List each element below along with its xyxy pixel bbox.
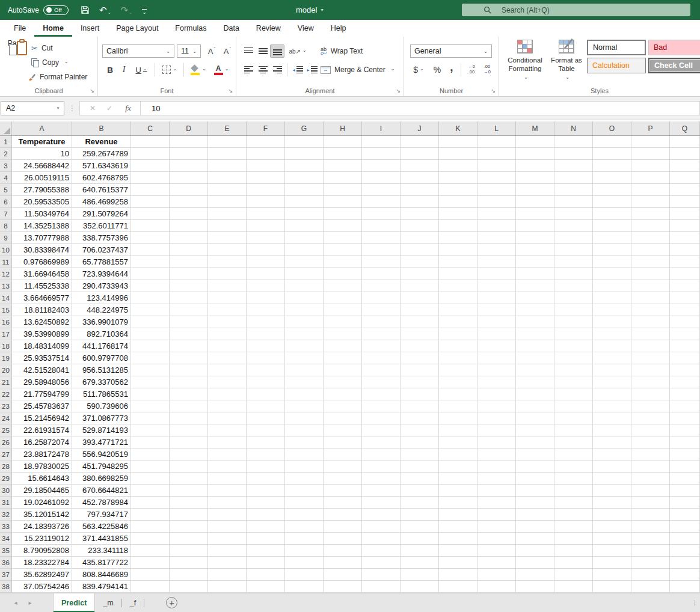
cell-M20[interactable] xyxy=(516,364,554,376)
row-header-27[interactable]: 27 xyxy=(0,448,12,461)
style-bad[interactable]: Bad xyxy=(648,40,700,55)
cell-O26[interactable] xyxy=(593,436,631,448)
cell-O9[interactable] xyxy=(593,232,631,244)
cell-K31[interactable] xyxy=(439,497,477,509)
cell-C29[interactable] xyxy=(131,473,170,485)
row-header-3[interactable]: 3 xyxy=(0,160,12,172)
cell-D25[interactable] xyxy=(170,424,208,436)
cell-H4[interactable] xyxy=(324,172,362,184)
col-header-K[interactable]: K xyxy=(439,121,477,135)
cell-G17[interactable] xyxy=(285,328,324,340)
row-header-35[interactable]: 35 xyxy=(0,545,12,557)
cell-F10[interactable] xyxy=(247,244,285,256)
cell-M22[interactable] xyxy=(516,388,554,400)
cell-G36[interactable] xyxy=(285,557,324,569)
col-header-P[interactable]: P xyxy=(631,121,670,135)
cell-B26[interactable]: 393.4771721 xyxy=(72,436,131,448)
cell-P29[interactable] xyxy=(631,473,670,485)
cell-M12[interactable] xyxy=(516,268,554,280)
cell-D9[interactable] xyxy=(170,232,208,244)
cell-Q27[interactable] xyxy=(670,448,700,461)
cell-B8[interactable]: 352.6011771 xyxy=(72,220,131,232)
font-size-select[interactable]: 11 xyxy=(177,44,201,58)
cell-Q24[interactable] xyxy=(670,412,700,424)
cell-M36[interactable] xyxy=(516,557,554,569)
cell-N10[interactable] xyxy=(554,244,593,256)
cell-L29[interactable] xyxy=(477,473,516,485)
cell-N17[interactable] xyxy=(554,328,593,340)
cell-K18[interactable] xyxy=(439,340,477,352)
col-header-I[interactable]: I xyxy=(362,121,401,135)
cell-N6[interactable] xyxy=(554,196,593,208)
cell-Q2[interactable] xyxy=(670,148,700,160)
cell-G33[interactable] xyxy=(285,521,324,533)
cell-C18[interactable] xyxy=(131,340,170,352)
cell-A28[interactable]: 18.97830025 xyxy=(12,461,72,473)
cell-M6[interactable] xyxy=(516,196,554,208)
col-header-J[interactable]: J xyxy=(401,121,439,135)
cell-P17[interactable] xyxy=(631,328,670,340)
cell-B27[interactable]: 556.9420519 xyxy=(72,448,131,461)
row-header-29[interactable]: 29 xyxy=(0,473,12,485)
cell-L28[interactable] xyxy=(477,461,516,473)
cell-N2[interactable] xyxy=(554,148,593,160)
cell-C22[interactable] xyxy=(131,388,170,400)
cell-M21[interactable] xyxy=(516,376,554,388)
cell-A22[interactable]: 21.77594799 xyxy=(12,388,72,400)
cell-P6[interactable] xyxy=(631,196,670,208)
cell-K7[interactable] xyxy=(439,208,477,220)
cell-L10[interactable] xyxy=(477,244,516,256)
cell-H7[interactable] xyxy=(324,208,362,220)
cell-Q30[interactable] xyxy=(670,485,700,497)
row-header-12[interactable]: 12 xyxy=(0,268,12,280)
cell-E25[interactable] xyxy=(208,424,247,436)
cell-I28[interactable] xyxy=(362,461,401,473)
cell-P10[interactable] xyxy=(631,244,670,256)
cell-C23[interactable] xyxy=(131,400,170,412)
cell-D35[interactable] xyxy=(170,545,208,557)
insert-function-icon[interactable]: fx xyxy=(118,103,138,113)
cell-M34[interactable] xyxy=(516,533,554,545)
cell-N11[interactable] xyxy=(554,256,593,268)
cell-J38[interactable] xyxy=(401,581,439,593)
cell-H11[interactable] xyxy=(324,256,362,268)
cell-O4[interactable] xyxy=(593,172,631,184)
sheet-tab-predict[interactable]: Predict xyxy=(53,593,95,612)
cell-A20[interactable]: 42.51528041 xyxy=(12,364,72,376)
cell-M1[interactable] xyxy=(516,136,554,148)
cell-B36[interactable]: 435.8177722 xyxy=(72,557,131,569)
cell-O1[interactable] xyxy=(593,136,631,148)
cell-B24[interactable]: 371.0867773 xyxy=(72,412,131,424)
cell-F21[interactable] xyxy=(247,376,285,388)
cell-G5[interactable] xyxy=(285,184,324,196)
cell-P11[interactable] xyxy=(631,256,670,268)
row-header-5[interactable]: 5 xyxy=(0,184,12,196)
cell-C14[interactable] xyxy=(131,292,170,304)
cell-C15[interactable] xyxy=(131,304,170,316)
cell-M37[interactable] xyxy=(516,569,554,581)
cell-G15[interactable] xyxy=(285,304,324,316)
tab-formulas[interactable]: Formulas xyxy=(167,20,215,37)
cell-G3[interactable] xyxy=(285,160,324,172)
cell-K4[interactable] xyxy=(439,172,477,184)
cell-C3[interactable] xyxy=(131,160,170,172)
cell-G20[interactable] xyxy=(285,364,324,376)
cell-D32[interactable] xyxy=(170,509,208,521)
cell-Q4[interactable] xyxy=(670,172,700,184)
copy-button[interactable]: Copy xyxy=(31,57,69,68)
cell-P24[interactable] xyxy=(631,412,670,424)
cell-I25[interactable] xyxy=(362,424,401,436)
cell-J5[interactable] xyxy=(401,184,439,196)
cell-I18[interactable] xyxy=(362,340,401,352)
cell-M14[interactable] xyxy=(516,292,554,304)
cell-K16[interactable] xyxy=(439,316,477,328)
cell-E15[interactable] xyxy=(208,304,247,316)
cell-D2[interactable] xyxy=(170,148,208,160)
row-header-4[interactable]: 4 xyxy=(0,172,12,184)
cell-L32[interactable] xyxy=(477,509,516,521)
cell-J35[interactable] xyxy=(401,545,439,557)
cell-F35[interactable] xyxy=(247,545,285,557)
cell-C19[interactable] xyxy=(131,352,170,364)
name-box[interactable]: A2 xyxy=(1,101,64,115)
cell-P30[interactable] xyxy=(631,485,670,497)
